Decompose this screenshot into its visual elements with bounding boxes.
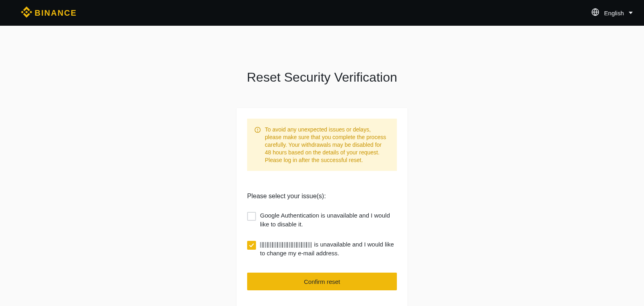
select-issue-prompt: Please select your issue(s):: [247, 193, 397, 200]
warning-icon: [254, 127, 261, 164]
checkbox[interactable]: [247, 212, 256, 221]
option-label: Google Authentication is unavailable and…: [260, 211, 397, 229]
option-google-auth[interactable]: Google Authentication is unavailable and…: [247, 211, 397, 229]
brand-name: BINANCE: [35, 8, 77, 18]
brand-logo[interactable]: BINANCE: [21, 6, 77, 19]
checkbox[interactable]: [247, 241, 256, 250]
reset-card: To avoid any unexpected issues or delays…: [237, 108, 407, 306]
option-label: is unavailable and I would like to chang…: [260, 240, 397, 258]
main-content: Reset Security Verification To avoid any…: [0, 70, 644, 306]
redacted-email: [260, 242, 312, 248]
language-switcher[interactable]: English: [591, 8, 633, 18]
page-title: Reset Security Verification: [0, 70, 644, 85]
chevron-down-icon: [629, 12, 633, 14]
svg-point-4: [258, 131, 258, 131]
binance-mark-icon: [21, 6, 32, 19]
app-header: BINANCE English: [0, 0, 644, 26]
confirm-reset-button[interactable]: Confirm reset: [247, 273, 397, 290]
warning-text: To avoid any unexpected issues or delays…: [265, 126, 389, 164]
language-label: English: [604, 10, 624, 16]
globe-icon: [591, 8, 599, 18]
warning-banner: To avoid any unexpected issues or delays…: [247, 119, 397, 171]
option-email-change[interactable]: is unavailable and I would like to chang…: [247, 240, 397, 258]
